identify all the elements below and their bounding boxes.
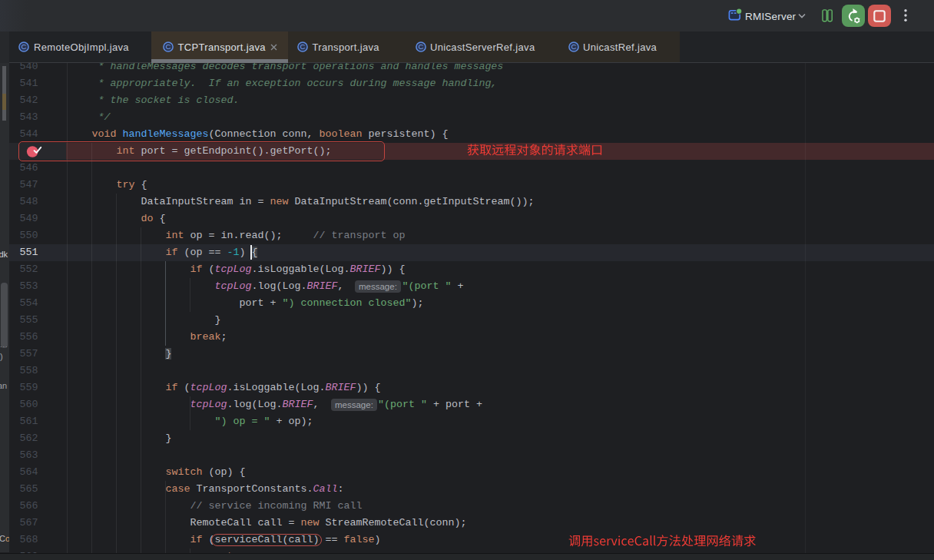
svg-text:C: C (166, 42, 171, 51)
svg-text:C: C (418, 42, 423, 51)
svg-text:C: C (21, 42, 26, 51)
svg-text:C: C (300, 42, 306, 51)
svg-text:C: C (571, 42, 576, 51)
